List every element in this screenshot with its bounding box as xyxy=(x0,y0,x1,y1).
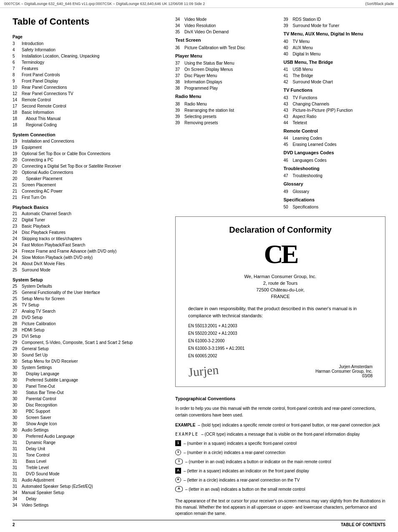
ocr-example: EXAMPLE xyxy=(175,431,199,438)
convention-oval-letter-text: – (letter in an oval) indicates a button… xyxy=(185,486,305,493)
page-label: Page xyxy=(13,35,167,39)
standards-list: EN 55013:2001 + A1:2003 EN 55020:2002 + … xyxy=(188,322,373,360)
convention-oval-num: 1 – (number in an oval) indicates a butt… xyxy=(175,459,385,465)
toc-entry: 45Erasing Learned Codes xyxy=(284,141,386,148)
toc-entry: 25General Functionality of the User Inte… xyxy=(13,289,167,296)
convention-oval-num-text: – (number in an oval) indicates a button… xyxy=(185,459,331,465)
toc-entry: 30System Settings xyxy=(13,364,167,371)
toc-entry: 35DivX Video On Demand xyxy=(175,29,277,35)
glossary-header: Glossary xyxy=(284,181,386,188)
toc-entry: 8Front Panel Controls xyxy=(13,72,167,78)
convention-square-letter-text: – (letter in a square) indicates an indi… xyxy=(184,468,309,474)
convention-square-letter: A – (letter in a square) indicates an in… xyxy=(175,468,385,474)
signer-name: Jurjen Amsterdam xyxy=(315,364,373,369)
ce-mark: CE xyxy=(188,241,373,268)
square-letter-icon: A xyxy=(175,468,181,474)
radio-menu-header: Radio Menu xyxy=(175,93,277,100)
toc-entry: 34Video Resolution xyxy=(175,23,277,29)
toc-entry: 30Disc Recognition xyxy=(13,402,167,408)
toc-entry: 34Manual Speaker Setup xyxy=(13,489,167,496)
conventions-intro: In order to help you use this manual wit… xyxy=(175,405,385,419)
radio-menu-section: Radio Menu 38Radio Menu 39Rearranging th… xyxy=(175,93,277,126)
toc-right-col: 39RDS Station ID 39Surround Mode for Tun… xyxy=(284,16,386,210)
tv-aux-header: TV Menu, AUX Menu, Digital In Menu xyxy=(284,30,386,38)
toc-entry: 14Remote Control xyxy=(13,97,167,103)
toc-entry: 28DVD Setup xyxy=(13,314,167,321)
toc-entry: 39Removing presets xyxy=(175,120,277,126)
toc-entry: 38Radio Menu xyxy=(175,101,277,107)
toc-entry: 31DVD Sound Mode xyxy=(13,471,167,477)
toc-entry: 30Preferred Audio Language xyxy=(13,433,167,439)
toc-entry: 6Terminology xyxy=(13,59,167,65)
toc-entry: 50Specifications xyxy=(284,204,386,210)
tv-functions-header: TV Functions xyxy=(284,87,386,94)
toc-continuation: 34Video Mode 34Video Resolution 35DivX V… xyxy=(175,16,385,210)
conventions-title: Typographical Conventions xyxy=(175,395,385,403)
standard-1: EN 55013:2001 + A1:2003 xyxy=(188,322,373,330)
system-connection-header: System Connection xyxy=(13,132,167,137)
toc-entry: 36Picture Calibration with Test Disc xyxy=(175,45,277,51)
system-setup-header: System Setup xyxy=(13,277,167,282)
conventions-section: Typographical Conventions In order to he… xyxy=(175,395,385,517)
player-menu-header: Player Menu xyxy=(175,53,277,60)
troubleshooting-section: Troubleshooting 47Troubleshooting xyxy=(284,165,386,179)
convention-circle-num-text: – (number in a circle) indicates a rear-… xyxy=(184,449,285,456)
toc-system-setup: System Setup 25System Defaults 25General… xyxy=(13,277,167,508)
tv-functions-section: TV Functions 43TV Functions 43Changing C… xyxy=(284,87,386,126)
toc-entry: 40TV Menu xyxy=(284,38,386,45)
header-bar: 0007CSK – DigitalLounge 632_640_646 ENG … xyxy=(0,0,398,8)
toc-entry: 7Features xyxy=(13,65,167,72)
convention-square-num-text: – (number in a square) indicates a speci… xyxy=(184,440,297,447)
toc-entry: 38Programmed Play xyxy=(175,85,277,91)
toc-entry: 17Second Remote Control xyxy=(13,103,167,109)
toc-entry: 21Screen Placement xyxy=(13,182,167,188)
toc-entry: 27Analog TV Search xyxy=(13,308,167,314)
toc-entry: 9Front Panel Display xyxy=(13,78,167,84)
toc-entry: 30Sound Set Up xyxy=(13,352,167,358)
toc-entry: 19Installation and Connections xyxy=(13,138,167,144)
toc-entry: 37Disc Player Menu xyxy=(175,73,277,79)
toc-entry: 30Preferred Subtitle Language xyxy=(13,377,167,383)
footer-page: 2 xyxy=(13,522,15,527)
test-screen-header: Test Screen xyxy=(175,37,277,44)
toc-entry: 21First Turn On xyxy=(13,194,167,201)
toc-entry: 43TV Functions xyxy=(284,95,386,101)
convention-bold: EXAMPLE – (bold type) indicates a specif… xyxy=(175,422,385,429)
toc-entry: 5Installation Location, Cleaning, Unpack… xyxy=(13,53,167,59)
toc-entry: 43Changing Channels xyxy=(284,101,386,107)
usb-bridge-header: USB Menu, The Bridge xyxy=(284,59,386,66)
toc-entry: 43Aspect Ratio xyxy=(284,113,386,120)
toc-entry: 39Selecting presets xyxy=(175,113,277,120)
signer-date: 03/08 xyxy=(315,374,373,378)
signer-company: Harman Consumer Group, Inc. xyxy=(315,369,373,374)
toc-entry: 19Optional Set Top Box or Cable Box Conn… xyxy=(13,151,167,157)
toc-entry: 28HDMI Setup xyxy=(13,327,167,333)
toc-entry: 41The Bridge xyxy=(284,73,386,79)
usb-bridge-section: USB Menu, The Bridge 41USB Menu 41The Br… xyxy=(284,59,386,85)
toc-entry: 31Treble Level xyxy=(13,464,167,471)
toc-entry: 30PBC Support xyxy=(13,408,167,414)
oval-letter-icon: A xyxy=(175,486,183,492)
toc-intro-entries: 3Introduction 4Safety Information 5Insta… xyxy=(13,40,167,128)
remote-control-header: Remote Control xyxy=(284,128,386,135)
toc-entry: 21Automatic Channel Search xyxy=(13,211,167,217)
declaration-box: Declaration of Conformity CE We, Harman … xyxy=(175,216,385,387)
toc-entry: 24Fast Motion Playback/Fast Search xyxy=(13,242,167,248)
toc-entry: 18About This Manual xyxy=(13,115,167,122)
toc-entry: 30Screen Saver xyxy=(13,414,167,421)
standard-2: EN 55020:2002 + A1:2003 xyxy=(188,330,373,337)
toc-entry: 24Skipping tracks or titles/chapters xyxy=(13,236,167,242)
toc-entry: 46Languages Codes xyxy=(284,157,386,163)
toc-entry: 40AUX Menu xyxy=(284,45,386,51)
specifications-section: Specifications 50Specifications xyxy=(284,196,386,211)
declaration-address2: 72500 Château-du-Loir, xyxy=(188,287,373,292)
standard-5: EN 60065:2002 xyxy=(188,352,373,360)
signature-squiggle: Jurjen xyxy=(188,363,219,379)
toc-entry: 47Troubleshooting xyxy=(284,173,386,179)
toc-entry: 24Slow Motion Playback (with DVD only) xyxy=(13,254,167,261)
circle-letter-icon: A xyxy=(175,477,181,483)
toc-entry: 20Optional Audio Connections xyxy=(13,169,167,176)
toc-entry: 23Basic Playback xyxy=(13,223,167,229)
playback-basics-header: Playback Basics xyxy=(13,205,167,210)
toc-entry: 29Component, S-Video, Composite, Scart 1… xyxy=(13,339,167,346)
